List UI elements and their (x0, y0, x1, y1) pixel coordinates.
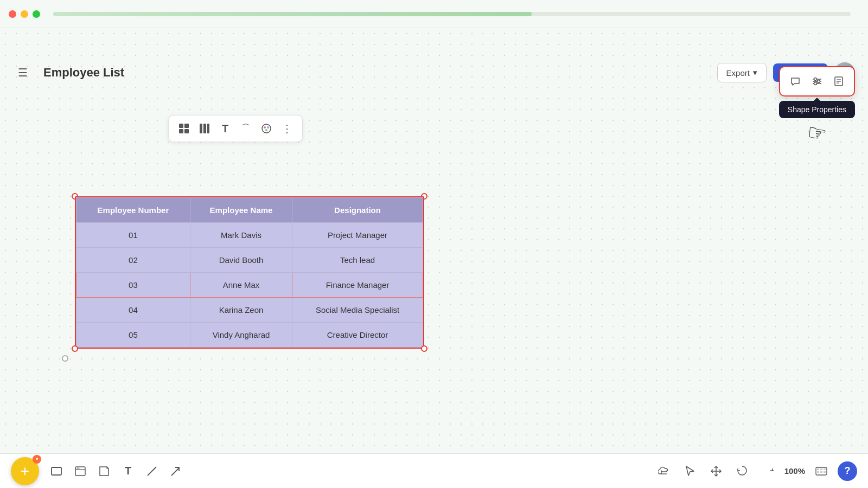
svg-point-15 (817, 80, 820, 83)
cell-name[interactable]: Karina Zeon (190, 298, 292, 323)
cell-number[interactable]: 03 (76, 273, 190, 298)
rectangle-tool-button[interactable] (46, 460, 67, 482)
table-row: 05Vindy AngharadCreative Director (76, 323, 423, 348)
svg-rect-6 (207, 124, 209, 133)
table-selection-container: Employee Number Employee Name Designatio… (75, 196, 424, 349)
app-toolbar: ☰ Employee List Export ▾ 👥 Share 👤 (0, 56, 868, 89)
browser-tool-button[interactable] (69, 460, 91, 482)
bottom-toolbar: + ✦ T (0, 453, 868, 488)
bottom-right-tools: 100% ? (654, 461, 857, 481)
undo-button[interactable] (732, 461, 752, 481)
table-wrapper: Employee Number Employee Name Designatio… (75, 196, 424, 349)
svg-rect-0 (179, 124, 183, 128)
cell-designation[interactable]: Project Manager (292, 223, 423, 248)
cell-designation[interactable]: Tech lead (292, 248, 423, 273)
svg-point-16 (814, 82, 816, 85)
cell-name[interactable]: Vindy Angharad (190, 323, 292, 348)
cloud-save-button[interactable] (654, 461, 674, 481)
sticky-note-tool-button[interactable] (93, 460, 115, 482)
table-header-row: Employee Number Employee Name Designatio… (76, 198, 423, 223)
svg-point-10 (265, 129, 267, 131)
cell-number[interactable]: 02 (76, 248, 190, 273)
comment-panel-button[interactable] (786, 72, 805, 91)
handle-bottom-left[interactable] (72, 345, 78, 352)
handle-bottom-right[interactable] (421, 345, 427, 352)
fab-plus-icon: + (21, 464, 29, 479)
export-button[interactable]: Export ▾ (717, 63, 767, 82)
table-row: 02David BoothTech lead (76, 248, 423, 273)
table-grid-button[interactable] (174, 119, 194, 138)
svg-point-7 (262, 124, 271, 133)
svg-rect-36 (824, 471, 826, 473)
notes-panel-button[interactable] (829, 72, 848, 91)
link-tool-button[interactable]: ⌒ (236, 119, 256, 138)
tooltip-text: Shape Properties (788, 105, 846, 114)
table-column-button[interactable] (195, 119, 214, 138)
svg-rect-21 (52, 467, 61, 475)
cell-name[interactable]: David Booth (190, 248, 292, 273)
export-chevron-icon: ▾ (753, 68, 757, 78)
cell-designation[interactable]: Finance Manager (292, 273, 423, 298)
svg-rect-3 (184, 129, 189, 133)
cell-number[interactable]: 01 (76, 223, 190, 248)
zoom-level-label: 100% (784, 466, 805, 476)
redo-button[interactable] (758, 461, 778, 481)
cell-name[interactable]: Anne Max (190, 273, 292, 298)
traffic-light-yellow[interactable] (21, 10, 28, 18)
svg-point-14 (814, 78, 816, 81)
svg-rect-32 (820, 468, 822, 470)
handle-detached[interactable] (62, 355, 68, 362)
traffic-light-red[interactable] (9, 10, 16, 18)
svg-point-9 (267, 126, 269, 129)
svg-rect-2 (179, 129, 183, 133)
svg-rect-35 (820, 471, 822, 473)
traffic-light-green[interactable] (33, 10, 40, 18)
col-header-number: Employee Number (76, 198, 190, 223)
fab-add-button[interactable]: + ✦ (11, 457, 39, 485)
more-options-button[interactable]: ⋮ (277, 119, 297, 138)
export-label: Export (726, 68, 750, 78)
cell-number[interactable]: 04 (76, 298, 190, 323)
svg-point-25 (79, 467, 80, 468)
help-button[interactable]: ? (838, 461, 857, 481)
svg-line-26 (148, 467, 156, 476)
text-tool-bottom-button[interactable]: T (117, 460, 139, 482)
palette-button[interactable] (257, 119, 276, 138)
properties-panel-button[interactable] (807, 72, 827, 91)
shape-properties-tooltip: Shape Properties (779, 101, 855, 118)
line-tool-button[interactable] (141, 460, 163, 482)
progress-bar (53, 12, 851, 16)
svg-point-8 (264, 126, 266, 129)
cell-designation[interactable]: Creative Director (292, 323, 423, 348)
table-row: 04Karina ZeonSocial Media Specialist (76, 298, 423, 323)
svg-rect-34 (817, 471, 819, 473)
svg-rect-31 (817, 468, 819, 470)
bottom-left-tools: + ✦ T (11, 457, 187, 485)
menu-button[interactable]: ☰ (13, 63, 33, 82)
svg-rect-33 (824, 468, 826, 470)
traffic-lights (9, 10, 40, 18)
employee-table: Employee Number Employee Name Designatio… (76, 197, 423, 348)
cell-designation[interactable]: Social Media Specialist (292, 298, 423, 323)
keyboard-shortcuts-button[interactable] (812, 461, 831, 481)
table-toolbar: T ⌒ ⋮ (168, 115, 303, 142)
move-tool-button[interactable] (706, 461, 726, 481)
cell-number[interactable]: 05 (76, 323, 190, 348)
select-tool-button[interactable] (680, 461, 700, 481)
svg-rect-5 (203, 124, 206, 133)
arrow-tool-button[interactable] (165, 460, 187, 482)
col-header-designation: Designation (292, 198, 423, 223)
svg-point-24 (77, 467, 78, 468)
col-header-name: Employee Name (190, 198, 292, 223)
fab-sparkle-icon: ✦ (33, 455, 41, 464)
text-tool-button[interactable]: T (215, 119, 235, 138)
right-panel-icons (779, 66, 855, 97)
svg-rect-1 (184, 124, 189, 128)
right-panel: Shape Properties ☞ (779, 66, 855, 145)
canvas-area: ☰ Employee List Export ▾ 👥 Share 👤 (0, 28, 868, 453)
table-row: 03Anne MaxFinance Manager (76, 273, 423, 298)
cell-name[interactable]: Mark Davis (190, 223, 292, 248)
document-title[interactable]: Employee List (39, 63, 129, 82)
svg-rect-4 (200, 124, 202, 133)
top-bar (0, 0, 868, 28)
